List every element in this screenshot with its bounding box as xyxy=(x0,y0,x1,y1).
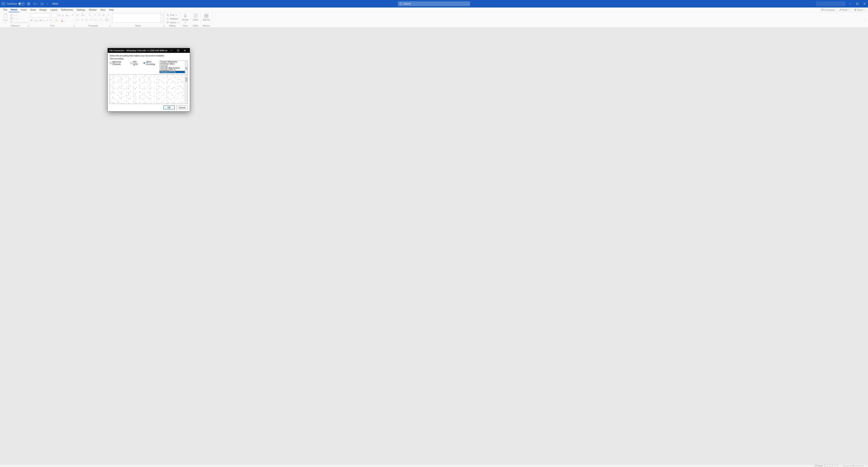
preview-content xyxy=(110,74,185,104)
dialog-instruction: Select the encoding that makes your docu… xyxy=(110,55,188,57)
encoding-scrollbar[interactable] xyxy=(185,61,188,73)
dialog-minimize-button[interactable] xyxy=(168,48,175,53)
dialog-title: File Conversion - WhatsApp Chat with +1 … xyxy=(109,49,167,52)
radio-other-encoding[interactable]: Other encoding: xyxy=(144,61,159,65)
ok-button[interactable]: OK xyxy=(163,105,175,109)
dialog-titlebar[interactable]: File Conversion - WhatsApp Chat with +1 … xyxy=(108,48,190,53)
cancel-button[interactable]: Cancel xyxy=(176,105,188,109)
preview-scrollbar[interactable] xyxy=(185,74,188,104)
radio-msdos[interactable]: MS-DOS xyxy=(130,61,141,65)
file-conversion-dialog: File Conversion - WhatsApp Chat with +1 … xyxy=(107,48,190,112)
text-encoding-label: Text encoding: xyxy=(110,57,188,60)
preview-pane xyxy=(110,74,188,104)
dialog-close-button[interactable] xyxy=(182,48,188,53)
encoding-listbox[interactable]: Turkish (Windows) Ukrainian (Mac) Unicod… xyxy=(159,61,188,73)
radio-windows-default[interactable]: Windows (Default) xyxy=(110,61,128,65)
dialog-maximize-button[interactable] xyxy=(175,48,182,53)
svg-rect-31 xyxy=(177,50,179,51)
modal-backdrop: File Conversion - WhatsApp Chat with +1 … xyxy=(0,0,868,467)
encoding-option-selected[interactable]: Unicode (UTF-8) xyxy=(160,71,185,73)
